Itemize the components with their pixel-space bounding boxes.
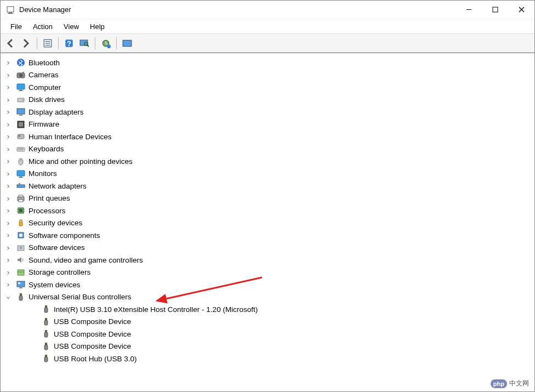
- help-button[interactable]: [62, 36, 76, 50]
- toolbar-separator: [58, 37, 59, 49]
- device-category[interactable]: Bluetooth: [1, 56, 534, 69]
- expand-icon[interactable]: [4, 120, 13, 129]
- expand-icon[interactable]: [4, 255, 13, 264]
- forward-button[interactable]: [19, 36, 33, 50]
- node-label: Display adapters: [29, 108, 84, 116]
- device-category[interactable]: Software devices: [1, 242, 534, 254]
- device-category[interactable]: Mice and other pointing devices: [1, 155, 534, 168]
- device-category[interactable]: Print queues: [1, 192, 534, 205]
- device-item[interactable]: USB Root Hub (USB 3.0): [1, 353, 534, 365]
- node-label: Computer: [29, 83, 61, 92]
- expand-icon[interactable]: [4, 157, 13, 166]
- firmware-icon: [16, 120, 25, 129]
- node-label: USB Composite Device: [54, 317, 131, 326]
- monitor-icon: [16, 169, 25, 178]
- device-tree-panel[interactable]: BluetoothCamerasComputerDisk drivesDispl…: [1, 53, 534, 391]
- sound-icon: [16, 255, 25, 265]
- security-icon: [16, 218, 25, 228]
- device-category[interactable]: Security devices: [1, 217, 534, 230]
- expand-icon[interactable]: [4, 145, 13, 154]
- node-label: Human Interface Devices: [29, 133, 112, 141]
- expand-icon[interactable]: [4, 194, 13, 203]
- properties-button[interactable]: [41, 36, 55, 50]
- system-icon: [16, 280, 25, 289]
- device-category[interactable]: Human Interface Devices: [1, 130, 534, 143]
- toolbar-separator: [37, 37, 37, 49]
- app-icon: [6, 5, 15, 14]
- cpu-icon: [16, 206, 25, 215]
- device-category[interactable]: Keyboards: [1, 143, 534, 156]
- device-category[interactable]: Network adapters: [1, 180, 534, 192]
- usb-icon: [41, 317, 50, 326]
- scan-hardware-button[interactable]: [77, 36, 92, 50]
- menu-action[interactable]: Action: [27, 20, 58, 33]
- window-controls: [456, 1, 534, 19]
- collapse-icon[interactable]: [4, 293, 13, 302]
- mouse-icon: [16, 157, 25, 166]
- device-category[interactable]: Software components: [1, 229, 534, 242]
- expand-icon[interactable]: [4, 219, 13, 228]
- device-category[interactable]: Computer: [1, 81, 534, 94]
- device-item[interactable]: USB Composite Device: [1, 328, 534, 340]
- expand-icon[interactable]: [4, 71, 13, 79]
- device-category[interactable]: Storage controllers: [1, 266, 534, 279]
- device-category[interactable]: System devices: [1, 279, 534, 291]
- node-label: USB Composite Device: [54, 330, 131, 338]
- node-label: Firmware: [29, 120, 59, 128]
- toolbar: [1, 34, 534, 53]
- hid-icon: [16, 132, 25, 141]
- keyboard-icon: [16, 144, 25, 154]
- menu-file[interactable]: File: [5, 20, 27, 33]
- expand-icon[interactable]: [4, 132, 13, 141]
- menu-view[interactable]: View: [58, 20, 84, 33]
- minimize-button[interactable]: [456, 1, 482, 19]
- node-label: Software components: [29, 231, 100, 240]
- node-label: USB Root Hub (USB 3.0): [54, 355, 137, 363]
- window-title: Device Manager: [19, 5, 71, 14]
- device-category[interactable]: Cameras: [1, 69, 534, 82]
- device-category[interactable]: Disk drives: [1, 94, 534, 106]
- disk-icon: [16, 95, 25, 104]
- expand-icon[interactable]: [4, 206, 13, 215]
- back-button[interactable]: [4, 36, 18, 50]
- device-category[interactable]: Sound, video and game controllers: [1, 254, 534, 266]
- node-label: Print queues: [29, 194, 70, 202]
- node-label: Cameras: [29, 71, 59, 79]
- node-label: Monitors: [29, 169, 57, 178]
- device-category[interactable]: Firmware: [1, 118, 534, 131]
- expand-icon[interactable]: [4, 268, 13, 277]
- update-driver-button[interactable]: [99, 36, 113, 50]
- expand-icon[interactable]: [4, 95, 13, 104]
- expand-icon[interactable]: [4, 231, 13, 240]
- node-label: Disk drives: [29, 95, 65, 104]
- expand-icon[interactable]: [4, 280, 13, 289]
- expand-icon[interactable]: [4, 58, 13, 67]
- usb-icon: [41, 354, 50, 363]
- device-category[interactable]: Display adapters: [1, 106, 534, 118]
- node-label: Universal Serial Bus controllers: [29, 293, 132, 301]
- device-item[interactable]: USB Composite Device: [1, 340, 534, 353]
- node-label: Intel(R) USB 3.10 eXtensible Host Contro…: [54, 305, 258, 314]
- show-hidden-button[interactable]: [120, 36, 134, 50]
- usb-icon: [41, 305, 50, 314]
- node-label: Software devices: [29, 243, 85, 252]
- device-item[interactable]: USB Composite Device: [1, 316, 534, 328]
- menu-help[interactable]: Help: [84, 20, 110, 33]
- software-icon: [16, 231, 25, 240]
- monitor-icon: [16, 83, 25, 92]
- device-category[interactable]: Monitors: [1, 168, 534, 180]
- device-category[interactable]: Universal Serial Bus controllers: [1, 291, 534, 304]
- watermark-text: 中文网: [509, 379, 529, 388]
- device-item[interactable]: Intel(R) USB 3.10 eXtensible Host Contro…: [1, 303, 534, 316]
- close-button[interactable]: [508, 1, 534, 19]
- usb-icon: [16, 292, 25, 302]
- expand-icon[interactable]: [4, 83, 13, 92]
- menubar: File Action View Help: [1, 19, 534, 34]
- maximize-button[interactable]: [482, 1, 508, 19]
- expand-icon[interactable]: [4, 107, 13, 116]
- expand-icon[interactable]: [4, 181, 13, 190]
- usb-icon: [41, 329, 50, 339]
- expand-icon[interactable]: [4, 169, 13, 178]
- expand-icon[interactable]: [4, 243, 13, 252]
- device-category[interactable]: Processors: [1, 204, 534, 217]
